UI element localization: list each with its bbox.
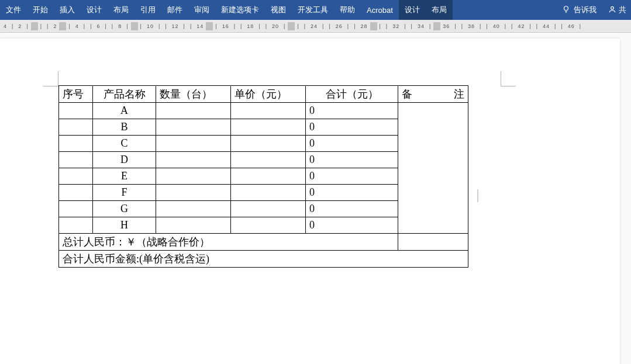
col-total[interactable]: 合计（元） bbox=[306, 86, 398, 103]
ruler-tab-marker[interactable] bbox=[131, 22, 138, 30]
margin-corner-tl bbox=[43, 71, 58, 86]
tab-developer[interactable]: 开发工具 bbox=[292, 0, 334, 20]
page[interactable]: 序号 产品名称 数量（台） 单价（元） 合计（元） 备注 A 0 B 0 bbox=[0, 39, 620, 364]
person-icon bbox=[608, 5, 616, 15]
col-price[interactable]: 单价（元） bbox=[231, 86, 306, 103]
ruler-tab-marker[interactable] bbox=[433, 22, 440, 30]
table-total-row[interactable]: 总计人民币：￥（战略合作价） bbox=[59, 234, 468, 251]
ruler-indent-marker[interactable] bbox=[31, 22, 38, 30]
document-area[interactable]: 序号 产品名称 数量（台） 单价（元） 合计（元） 备注 A 0 B 0 bbox=[0, 33, 631, 364]
tab-insert[interactable]: 插入 bbox=[54, 0, 81, 20]
lightbulb-icon bbox=[562, 5, 570, 15]
remark-merged-cell[interactable] bbox=[398, 103, 468, 234]
table-amount-row[interactable]: 合计人民币金额:(单价含税含运) bbox=[59, 251, 468, 268]
tab-help[interactable]: 帮助 bbox=[334, 0, 361, 20]
table-row[interactable]: A 0 bbox=[59, 103, 468, 119]
svg-point-0 bbox=[564, 6, 568, 10]
tab-mailings[interactable]: 邮件 bbox=[161, 0, 188, 20]
tab-review[interactable]: 审阅 bbox=[188, 0, 215, 20]
margin-corner-tr bbox=[501, 71, 516, 86]
ruler-tab-marker[interactable] bbox=[370, 22, 377, 30]
tab-references[interactable]: 引用 bbox=[135, 0, 161, 20]
table-header-row: 序号 产品名称 数量（台） 单价（元） 合计（元） 备注 bbox=[59, 86, 468, 103]
ruler-tab-marker[interactable] bbox=[288, 22, 295, 30]
horizontal-ruler[interactable]: 4 | 2 | | | 2 | 4 | | 6 | | 8 | | 10 | |… bbox=[0, 20, 631, 33]
ribbon-tabs: 文件 开始 插入 设计 布局 引用 邮件 审阅 新建选项卡 视图 开发工具 帮助… bbox=[0, 0, 631, 20]
tab-design[interactable]: 设计 bbox=[81, 0, 108, 20]
total-rmb-cell[interactable]: 总计人民币：￥（战略合作价） bbox=[59, 234, 398, 251]
amount-rmb-cell[interactable]: 合计人民币金额:(单价含税含运) bbox=[59, 251, 468, 268]
tab-home[interactable]: 开始 bbox=[27, 0, 54, 20]
col-qty[interactable]: 数量（台） bbox=[156, 86, 231, 103]
tell-me-label: 告诉我 bbox=[574, 5, 596, 15]
col-name[interactable]: 产品名称 bbox=[93, 86, 156, 103]
tab-acrobat[interactable]: Acrobat bbox=[361, 0, 399, 20]
tab-table-layout[interactable]: 布局 bbox=[426, 0, 453, 20]
svg-point-1 bbox=[611, 6, 614, 9]
text-cursor bbox=[477, 189, 478, 202]
tab-table-design[interactable]: 设计 bbox=[399, 0, 426, 20]
product-table[interactable]: 序号 产品名称 数量（台） 单价（元） 合计（元） 备注 A 0 B 0 bbox=[58, 85, 468, 268]
tab-file[interactable]: 文件 bbox=[0, 0, 27, 20]
tab-newoption[interactable]: 新建选项卡 bbox=[215, 0, 265, 20]
tab-layout[interactable]: 布局 bbox=[108, 0, 135, 20]
tell-me-search[interactable]: 告诉我 bbox=[555, 5, 604, 15]
col-seq[interactable]: 序号 bbox=[59, 86, 93, 103]
share-label: 共 bbox=[619, 5, 626, 15]
col-remark[interactable]: 备注 bbox=[398, 86, 468, 103]
share-button[interactable]: 共 bbox=[604, 5, 631, 15]
ruler-tab-marker[interactable] bbox=[206, 22, 213, 30]
ruler-indent-marker[interactable] bbox=[59, 22, 66, 30]
tab-view[interactable]: 视图 bbox=[265, 0, 292, 20]
